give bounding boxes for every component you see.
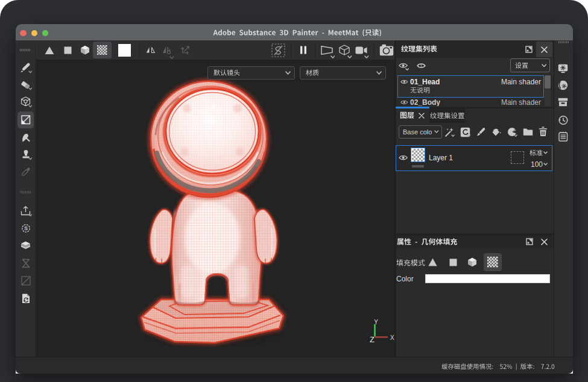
svg-text:X: X (390, 334, 394, 341)
svg-text:1: 1 (420, 63, 422, 69)
svg-text:Z: Z (370, 335, 375, 344)
svg-text:Y: Y (374, 319, 378, 325)
svg-text:S: S (24, 225, 27, 231)
